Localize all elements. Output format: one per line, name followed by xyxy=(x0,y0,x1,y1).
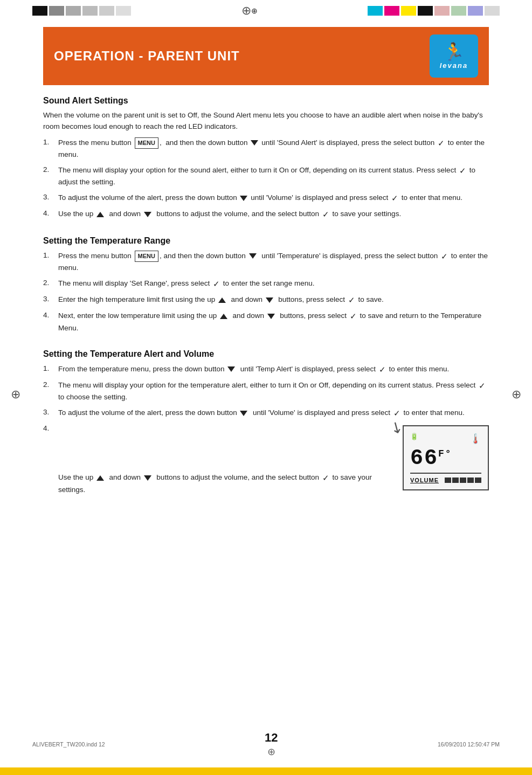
down-arrow-icon xyxy=(240,411,247,416)
vol-bar-1 xyxy=(445,478,451,483)
page-title: OPERATION - PARENT UNIT xyxy=(54,49,240,64)
center-crosshair-top: ⊕ xyxy=(242,3,257,18)
sound-alert-heading: Sound Alert Settings xyxy=(43,96,489,106)
list-item: 3. To adjust the volume of the alert, pr… xyxy=(43,192,489,204)
list-content-1: Press the menu button MENU, and then the… xyxy=(58,250,489,274)
check-icon: ✓ xyxy=(348,294,355,306)
list-content-4: Use the up and down buttons to adjust th… xyxy=(58,423,489,495)
list-num-2: 2. xyxy=(43,164,58,176)
list-item: 3. Enter the high temperature limit firs… xyxy=(43,294,489,306)
down-arrow-icon xyxy=(267,314,275,319)
volume-bars xyxy=(445,478,481,483)
temp-display-top: 🔋 🌡️ xyxy=(410,431,481,447)
list-item: 4. Use the up and down buttons to adjust… xyxy=(43,208,489,220)
vol-bar-3 xyxy=(460,478,466,483)
temp-battery-icon: 🔋 xyxy=(410,432,418,442)
temp-thermometer-icon: 🌡️ xyxy=(469,432,481,447)
check-icon: ✓ xyxy=(213,278,220,290)
check-icon: ✓ xyxy=(479,379,486,392)
main-content: OPERATION - PARENT UNIT 🏃 levana Sound A… xyxy=(0,22,532,525)
list-item: 1. Press the menu button MENU, and then … xyxy=(43,250,489,274)
down-arrow-icon xyxy=(266,297,273,303)
left-print-marks xyxy=(32,6,131,16)
temp-alert-list: 1. From the temperature menu, press the … xyxy=(43,363,489,496)
list-content-2: The menu will display your option for th… xyxy=(58,379,489,403)
list-num-4: 4. xyxy=(43,423,58,434)
list-content-3: To adjust the volume of the alert, press… xyxy=(58,192,489,204)
color-mark-light-gray xyxy=(485,6,500,16)
list-num-1: 1. xyxy=(43,363,58,375)
check-icon: ✓ xyxy=(441,250,448,262)
file-name: ALIVEBERT_TW200.indd 12 xyxy=(32,741,105,748)
list-item: 2. The menu will display your option for… xyxy=(43,379,489,403)
temp-alert-heading: Setting the Temperature Alert and Volume xyxy=(43,349,489,359)
sound-alert-list: 1. Press the menu button MENU, and then … xyxy=(43,137,489,221)
list-num-4: 4. xyxy=(43,310,58,321)
temp-value: 66F° xyxy=(410,447,481,470)
list-item: 3. To adjust the volume of the alert, pr… xyxy=(43,407,489,419)
down-arrow-icon xyxy=(144,212,151,217)
temp-divider xyxy=(410,473,481,474)
color-mark-green xyxy=(451,6,466,16)
list-content-4: Next, enter the low temperature limit us… xyxy=(58,310,489,334)
vol-bar-2 xyxy=(452,478,459,483)
levana-logo: 🏃 levana xyxy=(430,34,478,78)
temp-display-area: ↘ 🔋 🌡️ 66F° xyxy=(403,425,489,495)
list-num-2: 2. xyxy=(43,278,58,289)
left-crosshair: ⊕ xyxy=(11,388,20,402)
print-mark-4 xyxy=(82,6,98,16)
print-mark-6 xyxy=(116,6,131,16)
temp-display-box: 🔋 🌡️ 66F° VOLUME xyxy=(403,425,489,490)
menu-icon: MENU xyxy=(135,137,158,149)
list-item: 1. Press the menu button MENU, and then … xyxy=(43,137,489,161)
print-mark-2 xyxy=(49,6,64,16)
section-temp-alert-volume: Setting the Temperature Alert and Volume… xyxy=(43,349,489,496)
list-item: 4. Next, enter the low temperature limit… xyxy=(43,310,489,334)
logo-figure: 🏃 xyxy=(443,43,465,61)
check-icon: ✓ xyxy=(391,192,398,204)
list-num-3: 3. xyxy=(43,192,58,203)
down-arrow-icon xyxy=(240,196,247,201)
temp-range-heading: Setting the Temperature Range xyxy=(43,236,489,246)
up-arrow-icon xyxy=(220,314,227,319)
list-item: 1. From the temperature menu, press the … xyxy=(43,363,489,376)
list-num-4: 4. xyxy=(43,208,58,219)
up-arrow-icon xyxy=(218,297,226,303)
color-mark-blue xyxy=(468,6,483,16)
print-mark-5 xyxy=(99,6,114,16)
list-content-4: Use the up and down buttons to adjust th… xyxy=(58,208,489,220)
print-mark-3 xyxy=(66,6,81,16)
temp-unit: F° xyxy=(438,448,452,459)
color-mark-magenta xyxy=(384,6,399,16)
section-temp-range: Setting the Temperature Range 1. Press t… xyxy=(43,236,489,334)
list-content-2: The menu will display your option for th… xyxy=(58,164,489,188)
vol-bar-5 xyxy=(475,478,481,483)
list-num-1: 1. xyxy=(43,137,58,148)
sound-alert-intro: When the volume on the parent unit is se… xyxy=(43,110,489,133)
down-arrow-icon xyxy=(227,366,235,372)
list-num-3: 3. xyxy=(43,407,58,418)
list-content-3: To adjust the volume of the alert, press… xyxy=(58,407,489,419)
down-arrow-icon xyxy=(249,253,257,259)
date-time: 16/09/2010 12:50:47 PM xyxy=(438,741,500,748)
bottom-yellow-strip xyxy=(0,767,532,775)
color-mark-yellow xyxy=(401,6,416,16)
up-arrow-icon xyxy=(96,475,104,481)
up-arrow-icon xyxy=(96,212,104,217)
color-mark-cyan xyxy=(368,6,383,16)
volume-label: VOLUME xyxy=(410,476,439,485)
temp-volume-row: VOLUME xyxy=(410,476,481,485)
right-crosshair: ⊕ xyxy=(512,388,521,402)
list-item: 2. The menu will display 'Set Range', pr… xyxy=(43,278,489,290)
print-mark-1 xyxy=(32,6,47,16)
down-arrow-icon xyxy=(251,140,258,146)
check-icon: ✓ xyxy=(379,363,386,376)
section-sound-alert: Sound Alert Settings When the volume on … xyxy=(43,96,489,221)
right-print-marks xyxy=(368,6,500,16)
logo-text: levana xyxy=(440,61,468,70)
page-number: 12 xyxy=(265,731,278,745)
list-item: 2. The menu will display your option for… xyxy=(43,164,489,188)
check-icon: ✓ xyxy=(322,208,329,220)
page-number-area: 12 ⊕ xyxy=(265,731,278,758)
bottom-crosshair: ⊕ xyxy=(267,746,275,758)
